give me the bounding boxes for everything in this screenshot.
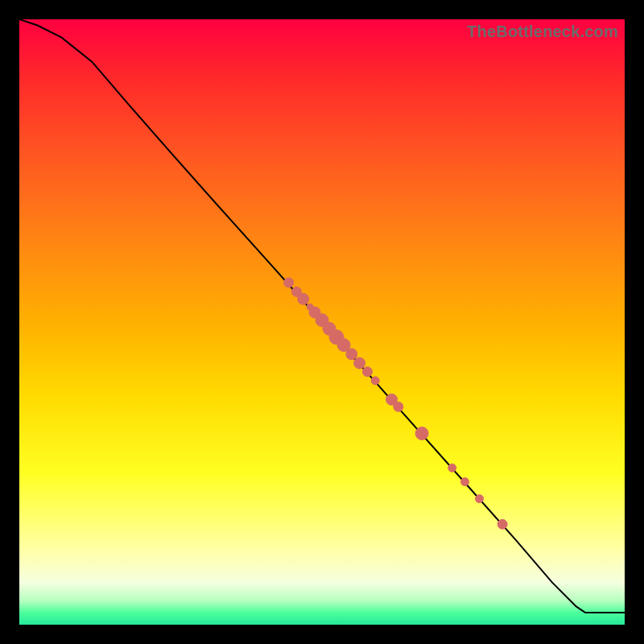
data-point bbox=[371, 377, 379, 385]
data-point bbox=[497, 519, 507, 529]
data-point bbox=[362, 367, 372, 377]
data-point bbox=[448, 464, 456, 472]
plot-area: TheBottleneck.com bbox=[19, 19, 625, 625]
data-point bbox=[461, 478, 469, 486]
chart-svg bbox=[19, 19, 625, 625]
data-point bbox=[346, 349, 357, 360]
data-point bbox=[284, 278, 294, 287]
data-point bbox=[476, 495, 484, 503]
data-point bbox=[354, 357, 365, 369]
data-point bbox=[394, 402, 403, 411]
chart-container: TheBottleneck.com bbox=[0, 0, 644, 644]
data-point bbox=[298, 293, 309, 304]
data-point bbox=[415, 427, 428, 440]
